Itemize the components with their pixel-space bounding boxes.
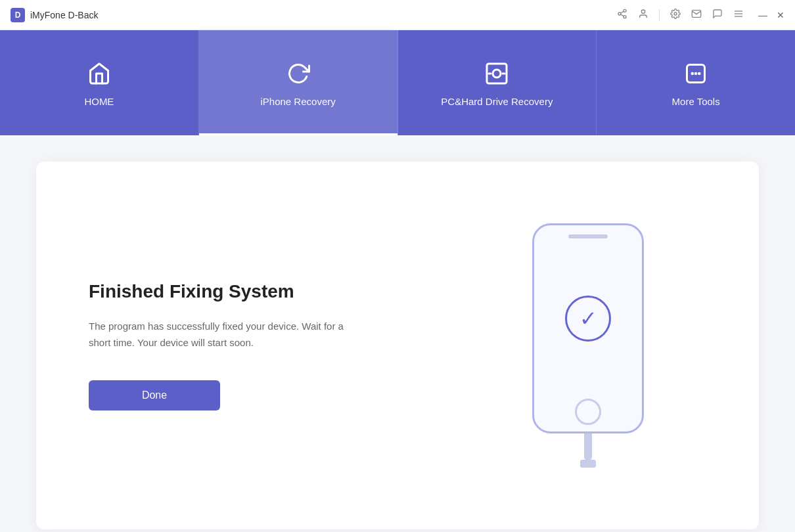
checkmark-icon: ✓ — [579, 308, 597, 329]
separator — [659, 9, 660, 21]
svg-point-5 — [641, 10, 645, 13]
nav-iphone-recovery[interactable]: iPhone Recovery — [199, 30, 398, 135]
mail-icon[interactable] — [691, 9, 702, 22]
main-content: Finished Fixing System The program has s… — [0, 135, 795, 532]
settings-icon[interactable] — [670, 9, 681, 22]
window-controls: — ✕ — [758, 10, 784, 20]
nav-home-label: HOME — [84, 96, 114, 107]
phone-cable — [584, 433, 592, 460]
content-right: ✓ — [470, 223, 706, 468]
nav-pc-recovery-label: PC&Hard Drive Recovery — [441, 96, 553, 107]
navbar: HOME iPhone Recovery PC&Hard Drive Recov… — [0, 30, 795, 135]
harddrive-icon — [482, 59, 511, 88]
close-button[interactable]: ✕ — [777, 10, 784, 20]
phone-plug — [580, 460, 596, 468]
app-logo: D — [11, 8, 25, 22]
nav-more-tools[interactable]: More Tools — [597, 30, 795, 135]
check-circle: ✓ — [565, 296, 611, 342]
dots-icon — [681, 59, 710, 88]
phone-screen: ✓ — [534, 238, 642, 399]
home-icon — [85, 59, 114, 88]
svg-point-0 — [624, 9, 626, 12]
phone-illustration: ✓ — [532, 223, 644, 468]
content-card: Finished Fixing System The program has s… — [36, 162, 759, 529]
titlebar-actions: — ✕ — [617, 9, 784, 22]
svg-point-1 — [618, 12, 621, 15]
user-icon[interactable] — [638, 9, 648, 22]
page-description: The program has successfully fixed your … — [89, 318, 365, 351]
refresh-icon — [284, 59, 313, 88]
svg-point-15 — [691, 72, 694, 75]
app-title: iMyFone D-Back — [30, 10, 98, 20]
svg-point-11 — [493, 70, 501, 78]
titlebar: D iMyFone D-Back — [0, 0, 795, 30]
svg-line-3 — [621, 14, 624, 16]
content-left: Finished Fixing System The program has s… — [89, 281, 470, 410]
page-title: Finished Fixing System — [89, 281, 470, 302]
nav-home[interactable]: HOME — [0, 30, 199, 135]
svg-point-6 — [674, 12, 677, 15]
nav-iphone-recovery-label: iPhone Recovery — [261, 96, 336, 107]
share-icon[interactable] — [617, 9, 627, 22]
nav-more-tools-label: More Tools — [672, 96, 720, 107]
svg-point-2 — [624, 15, 626, 18]
svg-line-4 — [621, 11, 624, 13]
menu-icon[interactable] — [733, 9, 744, 22]
done-button[interactable]: Done — [89, 380, 220, 410]
svg-point-16 — [694, 72, 698, 75]
minimize-button[interactable]: — — [758, 10, 767, 20]
phone-home-button — [575, 399, 601, 425]
phone-body: ✓ — [532, 223, 644, 433]
chat-icon[interactable] — [712, 9, 723, 22]
svg-point-17 — [698, 72, 701, 75]
nav-pc-recovery[interactable]: PC&Hard Drive Recovery — [398, 30, 597, 135]
